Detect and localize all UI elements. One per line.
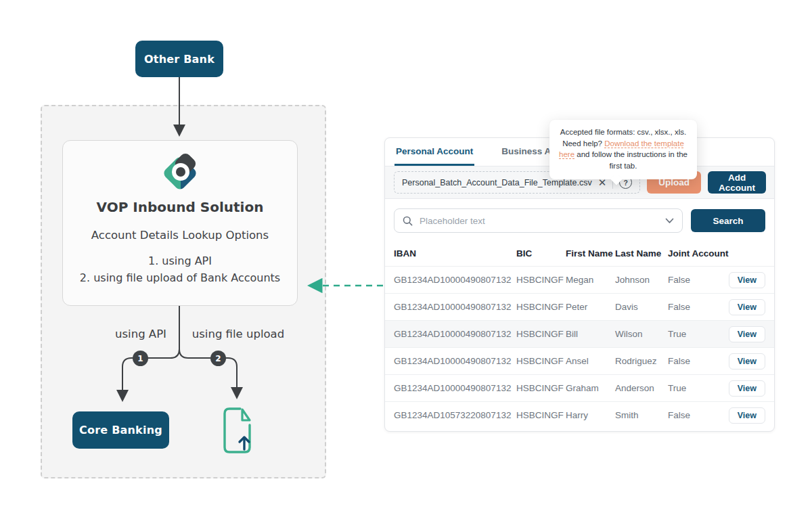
cell-joint-account: False bbox=[668, 275, 733, 285]
vop-logo-icon bbox=[161, 153, 199, 191]
table-row: GB1234AD10000490807132 HSBCINGF Peter Da… bbox=[385, 293, 774, 320]
cell-iban: GB1234AD10000490807132 bbox=[394, 329, 516, 339]
cell-first-name: Bill bbox=[566, 329, 615, 339]
table-row: GB1234AD10573220807132 HSBCINGF Harry Sm… bbox=[385, 401, 774, 428]
view-button[interactable]: View bbox=[729, 299, 765, 315]
cell-joint-account: True bbox=[668, 383, 733, 393]
header-bic: BIC bbox=[516, 248, 566, 259]
cell-bic: HSBCINGF bbox=[516, 329, 566, 339]
search-field[interactable] bbox=[394, 208, 683, 233]
branch-label-api: using API bbox=[107, 328, 175, 340]
cell-first-name: Ansel bbox=[566, 356, 615, 366]
table-body: GB1234AD10000490807132 HSBCINGF Megan Jo… bbox=[385, 266, 774, 428]
cell-joint-account: True bbox=[668, 329, 733, 339]
file-upload-icon bbox=[220, 405, 254, 456]
tooltip-text-after: and follow the instructions in the first… bbox=[574, 150, 687, 170]
cell-last-name: Rodriguez bbox=[615, 356, 668, 366]
view-button[interactable]: View bbox=[729, 272, 765, 288]
table-row: GB1234AD10000490807132 HSBCINGF Ansel Ro… bbox=[385, 347, 774, 374]
view-button[interactable]: View bbox=[729, 326, 765, 342]
header-first-name: First Name bbox=[566, 248, 615, 259]
cell-iban: GB1234AD10000490807132 bbox=[394, 383, 516, 393]
core-banking-label: Core Banking bbox=[79, 424, 162, 436]
file-format-tooltip: Accepted file formats: csv., xlsx., xls.… bbox=[549, 120, 697, 179]
search-icon bbox=[403, 216, 413, 226]
badge-1: 1 bbox=[133, 351, 148, 366]
cell-iban: GB1234AD10000490807132 bbox=[394, 302, 516, 312]
header-last-name: Last Name bbox=[615, 248, 668, 259]
accounts-table: IBAN BIC First Name Last Name Joint Acco… bbox=[385, 241, 774, 428]
cell-bic: HSBCINGF bbox=[516, 383, 566, 393]
cell-bic: HSBCINGF bbox=[516, 302, 566, 312]
search-button[interactable]: Search bbox=[691, 209, 765, 232]
cell-iban: GB1234AD10573220807132 bbox=[394, 410, 516, 420]
cell-first-name: Peter bbox=[566, 302, 615, 312]
other-bank-label: Other Bank bbox=[144, 53, 215, 66]
cell-last-name: Smith bbox=[615, 410, 668, 420]
cell-first-name: Graham bbox=[566, 383, 615, 393]
view-button[interactable]: View bbox=[729, 407, 765, 424]
solution-title: VOP Inbound Solution bbox=[97, 199, 264, 215]
table-header: IBAN BIC First Name Last Name Joint Acco… bbox=[385, 241, 774, 266]
cell-first-name: Megan bbox=[566, 275, 615, 285]
cell-joint-account: False bbox=[668, 410, 733, 420]
solution-option-1: 1. using API bbox=[80, 252, 280, 269]
branch-label-file-upload: using file upload bbox=[188, 328, 288, 340]
cell-last-name: Anderson bbox=[615, 383, 668, 393]
add-account-button[interactable]: Add Account bbox=[708, 171, 766, 194]
header-joint-account: Joint Account bbox=[668, 248, 733, 259]
tab-personal-account[interactable]: Personal Account bbox=[394, 138, 474, 166]
core-banking-node[interactable]: Core Banking bbox=[72, 411, 169, 449]
search-input[interactable] bbox=[418, 215, 660, 227]
cell-iban: GB1234AD10000490807132 bbox=[394, 356, 516, 366]
cell-last-name: Wilson bbox=[615, 329, 668, 339]
solution-option-2: 2. using file upload of Bank Accounts bbox=[80, 269, 280, 286]
cell-iban: GB1234AD10000490807132 bbox=[394, 275, 516, 285]
cell-first-name: Harry bbox=[566, 410, 615, 420]
cell-last-name: Davis bbox=[615, 302, 668, 312]
cell-joint-account: False bbox=[668, 356, 733, 366]
solution-subtitle: Account Details Lookup Options bbox=[91, 229, 269, 242]
chevron-down-icon[interactable] bbox=[665, 218, 674, 224]
vop-solution-card: VOP Inbound Solution Account Details Loo… bbox=[62, 140, 298, 306]
cell-last-name: Johnson bbox=[615, 275, 668, 285]
table-row: GB1234AD10000490807132 HSBCINGF Graham A… bbox=[385, 374, 774, 401]
cell-bic: HSBCINGF bbox=[516, 275, 566, 285]
table-row: GB1234AD10000490807132 HSBCINGF Megan Jo… bbox=[385, 266, 774, 293]
other-bank-node[interactable]: Other Bank bbox=[135, 41, 223, 77]
table-row: GB1234AD10000490807132 HSBCINGF Bill Wil… bbox=[385, 320, 774, 347]
view-button[interactable]: View bbox=[729, 380, 765, 397]
cell-bic: HSBCINGF bbox=[516, 410, 566, 420]
cell-bic: HSBCINGF bbox=[516, 356, 566, 366]
search-row: Search bbox=[385, 199, 774, 241]
header-iban: IBAN bbox=[394, 248, 516, 259]
view-button[interactable]: View bbox=[729, 353, 765, 370]
badge-2: 2 bbox=[210, 351, 226, 366]
accounts-panel: Personal Account Business Account Person… bbox=[384, 137, 775, 432]
cell-joint-account: False bbox=[668, 302, 733, 312]
